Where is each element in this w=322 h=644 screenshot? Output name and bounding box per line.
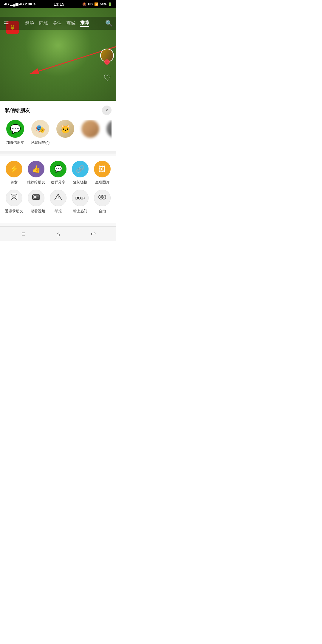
bottom-home-icon: ⌂ <box>56 230 60 238</box>
group-share-icon-circle: 💬 <box>50 161 66 177</box>
friend-item-blurred-1[interactable] <box>80 120 101 145</box>
follow-button[interactable]: + <box>104 59 110 65</box>
nav-item-follow[interactable]: 关注 <box>53 21 62 26</box>
dou-plus-text: DOU+ <box>75 196 85 200</box>
svg-rect-7 <box>37 197 39 199</box>
svg-rect-5 <box>34 196 37 199</box>
svg-point-14 <box>103 196 104 198</box>
friend-item-blurred-2[interactable] <box>105 120 112 145</box>
report-icon-circle <box>50 190 66 206</box>
char-avatar: 🎭 <box>31 120 49 138</box>
wifi-icon: 📶 <box>94 2 98 6</box>
wechat-friend-item[interactable]: 💬 加微信朋友 <box>5 120 26 145</box>
nav-item-local[interactable]: 同城 <box>39 21 48 26</box>
signal-bars: ▂▄▆ <box>10 2 18 6</box>
cat-avatar: 🐱 <box>56 120 74 138</box>
signal-4g: 4G <box>4 2 9 6</box>
char-avatar-icon: 🎭 <box>35 124 45 134</box>
duet-icon <box>98 193 106 203</box>
nav-item-recommend[interactable]: 推荐 <box>80 20 89 27</box>
svg-point-13 <box>100 196 101 198</box>
action-copy-link[interactable]: 🔗 复制链接 <box>69 161 91 185</box>
action-row-1: ⚡ 转发 👍 推荐给朋友 💬 建群分享 🔗 复制链接 <box>0 161 116 185</box>
friend-name-fengying: 风景阳光(4) <box>31 140 50 145</box>
action-dou-plus[interactable]: DOU+ 帮上热门 <box>69 190 91 214</box>
report-label: 举报 <box>55 209 62 214</box>
hamburger-menu-icon[interactable]: ☰ <box>4 20 9 27</box>
watch-together-icon <box>32 193 40 203</box>
like-icon[interactable]: ♡ <box>103 73 111 83</box>
battery-percent: 54% <box>100 2 106 6</box>
status-time: 13:15 <box>54 2 64 7</box>
contacts-icon <box>10 193 18 203</box>
friends-list: 💬 加微信朋友 🎭 风景阳光(4) 🐱 <box>5 120 112 148</box>
watch-together-label: 一起看视频 <box>27 209 45 214</box>
wechat-friend-label: 加微信朋友 <box>6 140 24 145</box>
repost-icon: ⚡ <box>10 165 18 173</box>
recommend-icon: 👍 <box>32 165 41 173</box>
dm-header: 私信给朋友 × <box>5 106 112 115</box>
battery-icon: 🔋 <box>108 2 112 6</box>
cat-avatar-icon: 🐱 <box>60 124 71 134</box>
bottom-navigation: ≡ ⌂ ↩ <box>0 226 116 241</box>
wechat-avatar: 💬 <box>6 120 24 138</box>
friend-item-cat[interactable]: 🐱 <box>55 120 76 145</box>
action-report[interactable]: 举报 <box>47 190 69 214</box>
action-watch-together[interactable]: 一起看视频 <box>25 190 47 214</box>
video-area: ☰ 经验 同城 关注 商城 推荐 🔍 + ♡ <box>0 8 116 101</box>
action-repost[interactable]: ⚡ 转发 <box>3 161 25 185</box>
action-group-share[interactable]: 💬 建群分享 <box>47 161 69 185</box>
contacts-icon-circle <box>6 190 22 206</box>
dm-section: 私信给朋友 × 💬 加微信朋友 🎭 风景阳光(4) <box>0 101 116 151</box>
close-icon: × <box>105 108 108 113</box>
hd-badge: HD <box>88 2 93 6</box>
repost-label: 转发 <box>10 180 18 185</box>
blurred-avatar-2 <box>106 120 112 138</box>
dm-title: 私信给朋友 <box>5 107 30 114</box>
status-right: 🔕 HD 📶 54% 🔋 <box>82 2 112 6</box>
action-contacts[interactable]: 通讯录朋友 <box>3 190 25 214</box>
top-navigation: ☰ 经验 同城 关注 商城 推荐 🔍 <box>0 17 116 30</box>
copy-link-icon: 🔗 <box>76 165 85 173</box>
svg-rect-6 <box>37 196 39 197</box>
status-bar: 4G ▂▄▆ 4G 2.3K/s 13:15 🔕 HD 📶 54% 🔋 <box>0 0 116 8</box>
friend-item-fengying[interactable]: 🎭 风景阳光(4) <box>30 120 51 145</box>
watch-together-icon-circle <box>28 190 44 206</box>
copy-link-icon-circle: 🔗 <box>72 161 89 177</box>
generate-image-icon: 🖼 <box>99 165 106 173</box>
search-icon[interactable]: 🔍 <box>105 20 113 27</box>
svg-point-3 <box>13 195 15 197</box>
wechat-icon: 💬 <box>10 124 21 134</box>
repost-icon-circle: ⚡ <box>6 161 22 177</box>
notification-icon: 🔕 <box>82 2 86 6</box>
bottom-back-icon: ↩ <box>90 230 96 238</box>
bottom-menu-icon: ≡ <box>21 230 25 238</box>
recommend-label: 推荐给朋友 <box>27 180 45 185</box>
action-duet[interactable]: 合拍 <box>91 190 113 214</box>
nav-item-experience[interactable]: 经验 <box>25 21 34 26</box>
dou-plus-icon-circle: DOU+ <box>72 190 89 206</box>
duet-icon-circle <box>94 190 111 206</box>
dou-plus-label: 帮上热门 <box>73 209 87 214</box>
status-left: 4G ▂▄▆ 4G 2.3K/s <box>4 2 35 6</box>
share-panel: 私信给朋友 × 💬 加微信朋友 🎭 风景阳光(4) <box>0 101 116 226</box>
nav-items: 经验 同城 关注 商城 推荐 <box>9 20 105 27</box>
bottom-back-button[interactable]: ↩ <box>86 228 100 240</box>
group-share-icon: 💬 <box>54 165 62 173</box>
section-divider <box>0 151 116 154</box>
group-share-label: 建群分享 <box>51 180 65 185</box>
action-row-2: 通讯录朋友 一起看视频 <box>0 190 116 214</box>
action-generate-image[interactable]: 🖼 生成图片 <box>91 161 113 185</box>
speed-indicator: 4G 2.3K/s <box>19 2 36 6</box>
svg-point-10 <box>58 199 58 199</box>
close-button[interactable]: × <box>102 106 112 115</box>
action-grid: ⚡ 转发 👍 推荐给朋友 💬 建群分享 🔗 复制链接 <box>0 156 116 223</box>
blurred-avatar-1 <box>81 120 99 138</box>
bottom-menu-button[interactable]: ≡ <box>16 228 31 240</box>
nav-item-shop[interactable]: 商城 <box>66 21 75 26</box>
generate-image-icon-circle: 🖼 <box>94 161 111 177</box>
bottom-home-button[interactable]: ⌂ <box>51 228 66 240</box>
contacts-label: 通讯录朋友 <box>5 209 23 214</box>
action-recommend[interactable]: 👍 推荐给朋友 <box>25 161 47 185</box>
recommend-icon-circle: 👍 <box>28 161 44 177</box>
